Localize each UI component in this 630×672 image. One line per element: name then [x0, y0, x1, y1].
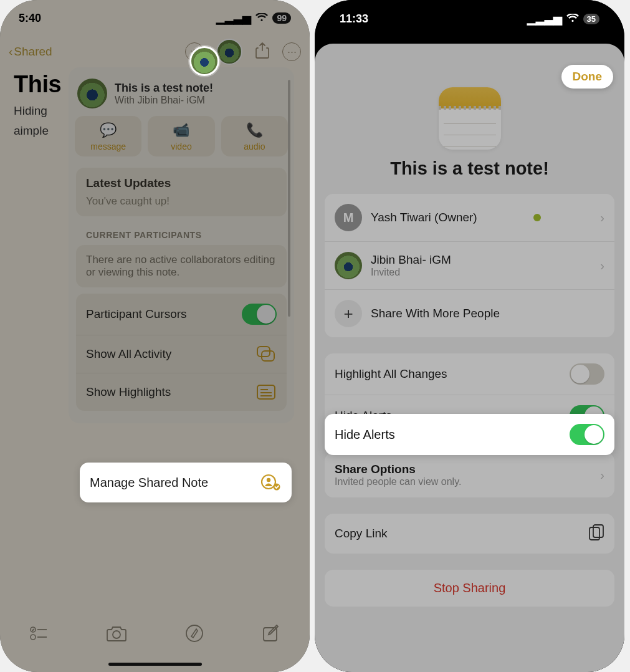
- phone-left: 5:40 ▁▂▃▅ 99 ‹ Shared ↶ ⋯: [0, 0, 310, 672]
- share-more-label: Share With More People: [371, 307, 500, 320]
- cellular-icon: ▁▂▃▅: [216, 11, 251, 25]
- more-icon[interactable]: ⋯: [282, 42, 301, 61]
- camera-icon[interactable]: [106, 625, 127, 645]
- online-dot-icon: [533, 214, 541, 221]
- svg-rect-17: [593, 525, 603, 537]
- scroll-indicator[interactable]: [288, 80, 290, 317]
- status-time: 5:40: [19, 12, 41, 25]
- message-label: message: [90, 142, 126, 151]
- video-label: video: [171, 142, 191, 151]
- share-icon[interactable]: [255, 42, 270, 62]
- svg-point-7: [31, 635, 36, 640]
- markup-icon[interactable]: [185, 624, 204, 645]
- svg-rect-16: [589, 527, 599, 540]
- svg-point-14: [267, 478, 270, 482]
- owner-avatar: M: [335, 204, 362, 231]
- message-icon: 💬: [100, 122, 117, 138]
- status-bar: 5:40 ▁▂▃▅ 99: [0, 0, 310, 36]
- video-button[interactable]: 📹 video: [148, 116, 214, 156]
- done-label: Done: [573, 70, 603, 83]
- notes-screen: 5:40 ▁▂▃▅ 99 ‹ Shared ↶ ⋯: [0, 0, 310, 672]
- stop-sharing-label: Stop Sharing: [325, 570, 614, 607]
- row-label: Hide Alerts: [335, 428, 395, 442]
- row-label: Show Highlights: [86, 385, 171, 399]
- copy-icon: [588, 524, 604, 544]
- manage-shared-note-row[interactable]: Manage Shared Note: [80, 463, 292, 502]
- back-button[interactable]: ‹ Shared: [9, 45, 52, 59]
- popover-title: This is a test note!: [115, 82, 213, 95]
- invited-row[interactable]: Jibin Bhai- iGM Invited ›: [325, 241, 614, 289]
- collaborator-avatar-highlighted[interactable]: [189, 46, 219, 76]
- audio-label: audio: [244, 142, 265, 151]
- chevron-left-icon: ‹: [9, 45, 12, 59]
- back-label: Shared: [14, 45, 52, 59]
- cellular-icon: ▁▂▃▅: [527, 12, 562, 26]
- invited-status: Invited: [371, 267, 451, 278]
- show-highlights-row[interactable]: Show Highlights: [76, 373, 287, 411]
- row-label: Participant Cursors: [86, 307, 187, 321]
- audio-button[interactable]: 📞 audio: [221, 116, 288, 156]
- status-bar: 11:33 ▁▂▃▅ 35: [315, 0, 624, 37]
- invited-name: Jibin Bhai- iGM: [371, 253, 451, 267]
- activity-icon: [255, 345, 277, 363]
- manage-shared-screen: 11:33 ▁▂▃▅ 35 This is a test note! M Yas…: [315, 0, 624, 672]
- participants-text: There are no active collaborators editin…: [86, 254, 277, 279]
- updates-heading: Latest Updates: [86, 176, 277, 190]
- owner-name: Yash Tiwari (Owner): [371, 211, 477, 224]
- copy-link-block[interactable]: Copy Link: [325, 514, 614, 554]
- wifi-icon: [255, 12, 268, 25]
- share-with-more-row[interactable]: + Share With More People: [325, 289, 614, 337]
- invited-avatar: [335, 252, 362, 279]
- people-icon: [260, 474, 282, 491]
- participants-label: CURRENT PARTICIPANTS: [69, 223, 294, 242]
- message-button[interactable]: 💬 message: [75, 116, 141, 156]
- battery-indicator: 99: [272, 12, 291, 24]
- participants-card: There are no active collaborators editin…: [76, 245, 287, 287]
- compose-icon[interactable]: [262, 624, 280, 645]
- row-label: Highlight All Changes: [335, 367, 447, 381]
- hide-alerts-row[interactable]: Hide Alerts: [325, 414, 614, 455]
- copy-link-label: Copy Link: [335, 527, 388, 540]
- phone-right: 11:33 ▁▂▃▅ 35 This is a test note! M Yas…: [315, 0, 624, 672]
- participant-cursors-row[interactable]: Participant Cursors: [76, 294, 287, 335]
- popover-subtitle: With Jibin Bhai- iGM: [115, 95, 213, 106]
- collaborator-avatar-button[interactable]: [216, 39, 242, 65]
- row-label: Show All Activity: [86, 347, 171, 361]
- battery-indicator: 35: [583, 14, 599, 24]
- wifi-icon: [566, 12, 579, 26]
- phone-icon: 📞: [246, 122, 263, 138]
- updates-text: You've caught up!: [86, 195, 277, 208]
- manage-sheet: This is a test note! M Yash Tiwari (Owne…: [315, 44, 624, 672]
- plus-icon: +: [335, 300, 362, 327]
- home-indicator[interactable]: [108, 663, 202, 666]
- owner-row[interactable]: M Yash Tiwari (Owner) ›: [325, 194, 614, 241]
- show-all-activity-row[interactable]: Show All Activity: [76, 335, 287, 373]
- svg-point-10: [113, 631, 120, 638]
- chevron-right-icon: ›: [600, 259, 604, 273]
- hide-alerts-toggle[interactable]: [570, 424, 604, 445]
- status-time: 11:33: [340, 12, 368, 26]
- notes-app-icon: [439, 87, 501, 150]
- people-block: M Yash Tiwari (Owner) › Jibin Bhai- iGM …: [325, 194, 614, 337]
- video-icon: 📹: [173, 122, 189, 138]
- done-button[interactable]: Done: [561, 65, 614, 89]
- row-label: Manage Shared Note: [90, 476, 208, 490]
- share-options-subtitle: Invited people can view only.: [335, 476, 461, 487]
- collaboration-popover: This is a test note! With Jibin Bhai- iG…: [69, 67, 294, 423]
- sheet-title: This is a test note!: [315, 158, 624, 179]
- participant-cursors-toggle[interactable]: [242, 304, 277, 325]
- highlight-changes-toggle[interactable]: [570, 363, 604, 385]
- highlights-icon: [255, 383, 277, 401]
- chevron-right-icon: ›: [600, 211, 604, 225]
- collaborator-avatar: [77, 79, 107, 108]
- checklist-icon[interactable]: [29, 625, 48, 644]
- svg-point-15: [274, 484, 280, 491]
- svg-point-11: [186, 625, 203, 641]
- nav-bar: ‹ Shared ↶ ⋯: [0, 36, 310, 67]
- latest-updates-card: Latest Updates You've caught up!: [76, 168, 287, 216]
- share-options-title: Share Options: [335, 463, 461, 476]
- highlight-changes-row[interactable]: Highlight All Changes: [325, 353, 614, 395]
- stop-sharing-block[interactable]: Stop Sharing: [325, 570, 614, 607]
- share-options-block[interactable]: Share Options Invited people can view on…: [325, 453, 614, 497]
- chevron-right-icon: ›: [600, 468, 604, 482]
